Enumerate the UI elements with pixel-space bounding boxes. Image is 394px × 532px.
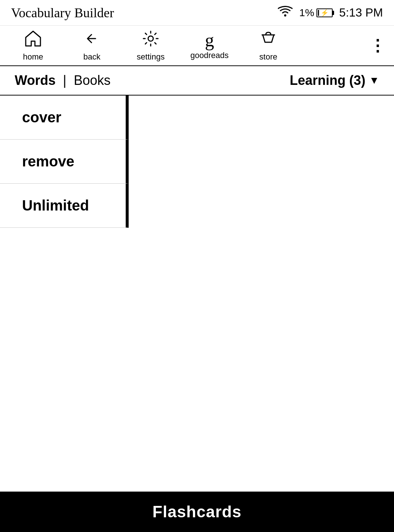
more-icon: ⋮	[369, 36, 386, 55]
clock: 5:13 PM	[339, 6, 383, 19]
tab-words[interactable]: Words	[15, 73, 55, 88]
status-bar: Vocabulary Builder 1% ⚡ 5:13 PM	[0, 0, 394, 26]
chevron-down-icon: ▼	[369, 75, 379, 86]
flashcards-label: Flashcards	[153, 503, 241, 521]
word-text: Unlimited	[22, 197, 89, 214]
nav-store-label: store	[259, 52, 277, 62]
nav-home-label: home	[23, 52, 43, 62]
svg-point-0	[284, 14, 286, 17]
back-icon	[83, 29, 101, 51]
settings-icon	[142, 29, 160, 51]
battery-icon: ⚡	[316, 8, 333, 17]
battery-percentage: 1%	[299, 7, 314, 19]
tab-bar: Words | Books Learning (3) ▼	[0, 66, 394, 96]
nav-home[interactable]: home	[4, 26, 62, 65]
nav-back-label: back	[83, 52, 100, 62]
wifi-icon	[278, 6, 293, 20]
word-text: remove	[22, 153, 74, 170]
nav-settings-label: settings	[137, 52, 165, 62]
svg-point-1	[148, 36, 153, 41]
filter-dropdown[interactable]: Learning (3) ▼	[290, 73, 379, 88]
filter-label: Learning (3)	[290, 73, 365, 88]
nav-goodreads-label: goodreads	[190, 51, 229, 60]
word-item-unlimited[interactable]: Unlimited	[0, 184, 129, 228]
nav-bar: home back settings g goodreads	[0, 26, 394, 66]
nav-goodreads[interactable]: g goodreads	[180, 27, 239, 64]
store-icon	[259, 29, 277, 51]
tab-books[interactable]: Books	[74, 73, 111, 88]
app-title: Vocabulary Builder	[11, 5, 114, 21]
word-item-cover[interactable]: cover	[0, 96, 129, 140]
nav-more-button[interactable]: ⋮	[368, 36, 390, 55]
home-icon	[24, 29, 42, 51]
nav-back[interactable]: back	[62, 26, 121, 65]
word-text: cover	[22, 109, 61, 126]
status-right: 1% ⚡ 5:13 PM	[278, 6, 383, 20]
flashcards-button[interactable]: Flashcards	[0, 492, 394, 532]
word-list: cover remove Unlimited	[0, 96, 394, 492]
battery-info: 1% ⚡	[299, 7, 332, 19]
nav-store[interactable]: store	[239, 26, 298, 65]
word-item-remove[interactable]: remove	[0, 140, 129, 184]
nav-settings[interactable]: settings	[121, 26, 180, 65]
goodreads-icon: g	[205, 31, 214, 49]
tab-separator: |	[63, 73, 66, 88]
tab-left: Words | Books	[15, 73, 111, 88]
